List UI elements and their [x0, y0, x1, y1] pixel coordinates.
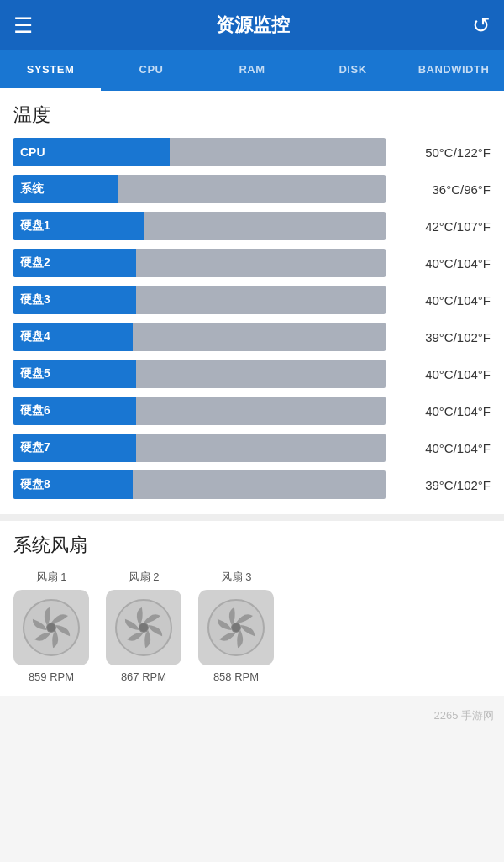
fan-label-1: 风扇 1: [36, 570, 67, 585]
temp-row-5: 硬盘439°C/102°F: [13, 321, 491, 353]
temp-row-1: 系统36°C/96°F: [13, 173, 491, 205]
page-title: 资源监控: [216, 13, 290, 38]
header: ☰ 资源监控 ↺: [0, 0, 504, 50]
temp-bar-fill-8: 硬盘7: [13, 434, 136, 462]
temp-row-6: 硬盘540°C/104°F: [13, 358, 491, 390]
temp-bar-container-0: CPU: [13, 138, 386, 166]
fan-section: 系统风扇 风扇 1 859 RPM风扇 2 867 RPM风扇 3: [0, 521, 504, 696]
fan-item-2: 风扇 2 867 RPM: [106, 570, 181, 683]
temp-value-5: 39°C/102°F: [394, 330, 491, 344]
temp-row-0: CPU50°C/122°F: [13, 136, 491, 168]
temp-bar-fill-6: 硬盘5: [13, 360, 136, 388]
temp-row-2: 硬盘142°C/107°F: [13, 210, 491, 242]
temp-bar-fill-9: 硬盘8: [13, 470, 133, 499]
temp-value-7: 40°C/104°F: [394, 404, 491, 418]
temp-row-7: 硬盘640°C/104°F: [13, 395, 491, 427]
temp-row-3: 硬盘240°C/104°F: [13, 247, 491, 279]
fan-icon-1: [13, 590, 89, 665]
tab-disk[interactable]: DISK: [302, 50, 403, 91]
temp-bar-container-8: 硬盘7: [13, 434, 386, 462]
temp-row-4: 硬盘340°C/104°F: [13, 284, 491, 316]
temp-value-8: 40°C/104°F: [394, 441, 491, 455]
fan-rpm-2: 867 RPM: [121, 670, 166, 683]
temp-row-9: 硬盘839°C/102°F: [13, 469, 491, 501]
tab-ram[interactable]: RAM: [202, 50, 302, 91]
fan-label-3: 风扇 3: [221, 570, 252, 585]
fan-icon-3: [198, 590, 274, 665]
svg-point-8: [232, 623, 240, 632]
tab-system[interactable]: SYSTEM: [0, 50, 101, 91]
fan-icon-2: [106, 590, 181, 665]
fan-label-2: 风扇 2: [129, 570, 160, 585]
bottom-bar: 2265 手游网: [0, 696, 504, 738]
temp-bar-fill-1: 系统: [13, 175, 118, 203]
temp-bar-container-7: 硬盘6: [13, 397, 386, 425]
fan-rpm-1: 859 RPM: [29, 670, 74, 683]
temp-value-2: 42°C/107°F: [394, 219, 491, 234]
temp-bar-fill-0: CPU: [13, 138, 170, 166]
temp-bar-container-6: 硬盘5: [13, 360, 386, 388]
temp-bar-container-3: 硬盘2: [13, 249, 386, 277]
fan-rpm-3: 858 RPM: [213, 670, 259, 683]
watermark: 2265 手游网: [0, 696, 504, 723]
temp-bar-fill-4: 硬盘3: [13, 286, 136, 314]
svg-point-5: [139, 623, 148, 632]
svg-point-2: [47, 623, 55, 632]
temp-value-6: 40°C/104°F: [394, 367, 491, 381]
menu-icon[interactable]: ☰: [13, 13, 33, 39]
temp-row-8: 硬盘740°C/104°F: [13, 432, 491, 464]
temperature-section: 温度 CPU50°C/122°F系统36°C/96°F硬盘142°C/107°F…: [0, 91, 504, 514]
tab-bar: SYSTEMCPURAMDISKBANDWIDTH: [0, 50, 504, 91]
refresh-icon[interactable]: ↺: [472, 13, 491, 39]
fan-section-title: 系统风扇: [13, 533, 491, 558]
temp-bar-container-1: 系统: [13, 175, 386, 203]
tab-bandwidth[interactable]: BANDWIDTH: [403, 50, 504, 91]
temp-bar-fill-5: 硬盘4: [13, 323, 133, 351]
temp-bar-container-9: 硬盘8: [13, 470, 386, 499]
temp-value-0: 50°C/122°F: [394, 145, 491, 160]
temp-value-4: 40°C/104°F: [394, 293, 491, 307]
temp-value-9: 39°C/102°F: [394, 478, 491, 492]
temp-bar-fill-7: 硬盘6: [13, 397, 136, 425]
section-divider: [0, 514, 504, 521]
temp-value-1: 36°C/96°F: [394, 182, 491, 197]
fan-item-3: 风扇 3 858 RPM: [198, 570, 274, 683]
temp-bar-container-2: 硬盘1: [13, 212, 386, 240]
tab-cpu[interactable]: CPU: [101, 50, 202, 91]
temp-bar-fill-3: 硬盘2: [13, 249, 136, 277]
fan-item-1: 风扇 1 859 RPM: [13, 570, 89, 683]
fan-row: 风扇 1 859 RPM风扇 2 867 RPM风扇 3: [13, 570, 491, 683]
temp-value-3: 40°C/104°F: [394, 256, 491, 271]
temp-bar-container-4: 硬盘3: [13, 286, 386, 314]
temp-bar-container-5: 硬盘4: [13, 323, 386, 351]
temp-bar-fill-2: 硬盘1: [13, 212, 144, 240]
temperature-title: 温度: [13, 102, 491, 128]
